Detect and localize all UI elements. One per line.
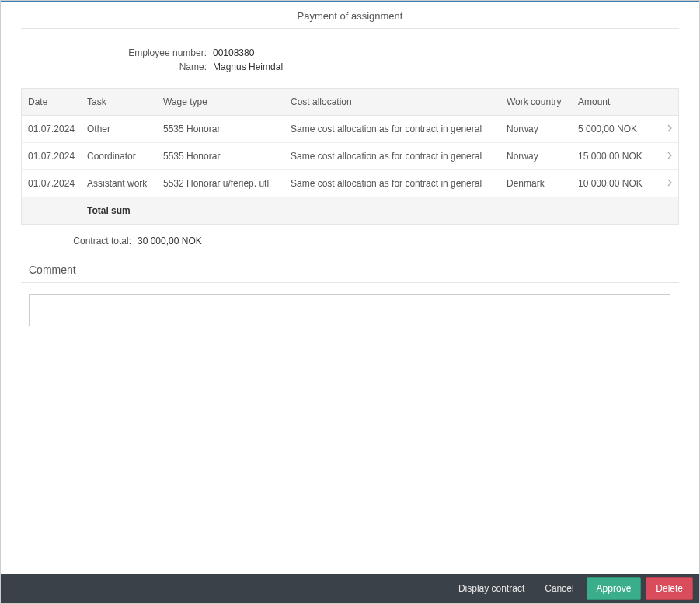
cell-amount: 15 000,00 NOK	[578, 151, 662, 162]
header-date: Date	[22, 96, 87, 107]
cell-task: Coordinator	[87, 151, 163, 162]
cell-amount: 5 000,00 NOK	[578, 124, 662, 134]
cell-wage: 5535 Honorar	[163, 151, 291, 162]
table-header-row: Date Task Wage type Cost allocation Work…	[22, 89, 678, 116]
table-row[interactable]: 01.07.2024 Coordinator 5535 Honorar Same…	[22, 143, 678, 170]
header-amount: Amount	[578, 96, 662, 107]
employee-number-label: Employee number:	[7, 47, 213, 58]
cell-amount: 10 000,00 NOK	[578, 178, 662, 189]
comment-heading: Comment	[29, 264, 693, 276]
page-title: Payment of assignment	[7, 2, 693, 28]
cell-wage: 5532 Honorar u/feriep. utl	[163, 178, 291, 189]
cell-country: Norway	[507, 151, 578, 162]
cell-date: 01.07.2024	[22, 124, 87, 134]
comment-input[interactable]	[29, 294, 670, 326]
contract-total-row: Contract total: 30 000,00 NOK	[7, 236, 693, 246]
cell-country: Denmark	[507, 178, 578, 189]
employee-name-value: Magnus Heimdal	[213, 61, 283, 72]
cell-date: 01.07.2024	[22, 178, 87, 189]
employee-info: Employee number: 00108380 Name: Magnus H…	[7, 37, 693, 83]
cell-cost: Same cost allocation as for contract in …	[291, 151, 507, 162]
footer-spacer	[22, 205, 87, 216]
display-contract-button[interactable]: Display contract	[451, 578, 532, 599]
delete-button[interactable]: Delete	[646, 577, 693, 600]
contract-total-label: Contract total:	[7, 236, 138, 246]
employee-name-label: Name:	[7, 61, 213, 72]
chevron-right-icon[interactable]	[662, 151, 677, 162]
chevron-right-icon[interactable]	[662, 124, 677, 134]
cell-cost: Same cost allocation as for contract in …	[291, 124, 507, 134]
cell-wage: 5535 Honorar	[163, 124, 291, 134]
header-cost: Cost allocation	[291, 96, 507, 107]
total-sum-label: Total sum	[87, 205, 163, 216]
cell-date: 01.07.2024	[22, 151, 87, 162]
header-task: Task	[87, 96, 163, 107]
comment-divider	[21, 282, 679, 283]
header-spacer	[662, 96, 677, 107]
cancel-button[interactable]: Cancel	[537, 578, 581, 599]
payments-table: Date Task Wage type Cost allocation Work…	[21, 88, 679, 225]
approve-button[interactable]: Approve	[587, 577, 642, 600]
footer-bar: Display contract Cancel Approve Delete	[1, 574, 699, 603]
table-footer-row: Total sum	[22, 197, 678, 224]
table-row[interactable]: 01.07.2024 Other 5535 Honorar Same cost …	[22, 116, 678, 143]
cell-cost: Same cost allocation as for contract in …	[291, 178, 507, 189]
cell-task: Assistant work	[87, 178, 163, 189]
header-country: Work country	[507, 96, 578, 107]
employee-number-value: 00108380	[213, 47, 254, 58]
chevron-right-icon[interactable]	[662, 178, 677, 189]
cell-country: Norway	[507, 124, 578, 134]
table-row[interactable]: 01.07.2024 Assistant work 5532 Honorar u…	[22, 170, 678, 197]
cell-task: Other	[87, 124, 163, 134]
header-wage: Wage type	[163, 96, 291, 107]
title-divider	[21, 28, 679, 29]
contract-total-value: 30 000,00 NOK	[138, 236, 202, 246]
